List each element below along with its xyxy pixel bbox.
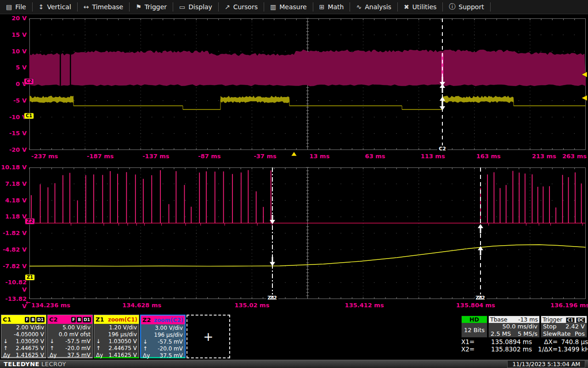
zoom-source-label: zoom(C2): [154, 317, 183, 323]
idx-label: 1/ΔX=: [532, 345, 558, 353]
trigger-mode: Stop: [543, 323, 557, 330]
trigger-summary-box[interactable]: Trigger C1DC Stop 2.42 V SlewRate Pos: [541, 316, 587, 338]
zoom-y-label: -13.82 V: [0, 295, 27, 310]
main-x-label: 113 ms: [421, 153, 445, 160]
tbase-delay: -13 ms: [518, 316, 538, 323]
descriptor-header[interactable]: Z1zoom(C1): [94, 315, 139, 324]
descriptor-header[interactable]: C1FBD1: [1, 315, 46, 324]
channel-indicator-c2[interactable]: C2: [24, 78, 34, 85]
trace-id-label: C2: [49, 316, 58, 323]
descriptor-badge-b: B: [77, 317, 82, 322]
trace-descriptor-z1[interactable]: Z1zoom(C1)1.20 V/div196 µs/div↓1.03050 V…: [94, 315, 139, 358]
channel-indicator-z1[interactable]: Z1: [25, 274, 35, 281]
trace-descriptor-c2[interactable]: C2FBD15.00 V/div0.0 mV ofst↓-57.5 mV↑-20…: [47, 315, 93, 358]
dx-label: ΔX=: [532, 338, 558, 345]
main-x-label: 263 ms: [562, 153, 587, 160]
descriptor-row: Δy1.41625 V: [1, 351, 46, 358]
main-y-label: 5 V: [0, 64, 27, 71]
descriptor-badge-f: F: [71, 317, 76, 322]
timebase-summary-box[interactable]: Tbase -13 ms 50.0 ms/div 2.5 MS 5 MS/s: [488, 316, 540, 338]
tbase-memory: 2.5 MS: [491, 330, 511, 338]
main-x-label: -137 ms: [142, 153, 169, 160]
hd-bits-label: 12 Bits: [462, 323, 487, 337]
trace-id-label: Z2: [142, 316, 151, 323]
trigger-level-marker[interactable]: [582, 95, 587, 101]
zoom-y-label: 1.18 V: [0, 213, 27, 220]
channel-indicator-z2[interactable]: Z2: [25, 218, 35, 224]
x2-label: X2=: [461, 345, 481, 353]
descriptor-row: ↑-20.0 mV: [48, 345, 92, 351]
tbase-title: Tbase: [490, 316, 507, 323]
zoom-x-label: 135.804 ms: [456, 302, 493, 309]
descriptor-row: Δy37.5 mV: [141, 352, 185, 359]
zoom-y-label: 10.18 V: [0, 164, 27, 171]
descriptor-row: ↓-57.5 mV: [48, 338, 92, 345]
main-grid: C2: [29, 18, 586, 152]
zoom1-cursor-label: Z2: [270, 295, 277, 301]
descriptor-row: ↑-20.0 mV: [141, 345, 185, 352]
tbase-samplerate: 5 MS/s: [518, 330, 537, 338]
zoom-grid: Z1Z2Z1Z2: [29, 167, 586, 301]
descriptor-row: 0.0 mV ofst: [48, 331, 92, 338]
scope-canvas: C2Z1Z2Z1Z2←: [0, 0, 588, 368]
descriptor-badge-d1: D1: [83, 317, 91, 322]
descriptor-row: Δy1.41625 V: [94, 351, 139, 358]
main-y-label: 10 V: [0, 48, 27, 55]
datetime-display: 11/13/2023 5:13:04 AM: [507, 360, 585, 368]
x1-label: X1=: [461, 338, 481, 345]
descriptor-header[interactable]: Z2zoom(C2): [141, 316, 185, 324]
descriptor-row: 3.00 V/div: [141, 324, 185, 331]
trace-id-label: C1: [3, 316, 11, 323]
zoom-y-label: -1.82 V: [0, 230, 27, 237]
main-y-label: 15 V: [0, 31, 27, 39]
main-y-label: 20 V: [0, 15, 27, 22]
trace-id-label: Z1: [96, 316, 104, 323]
zoom-x-label: 135.412 ms: [345, 302, 382, 309]
main-cursor-label: C2: [439, 146, 446, 152]
main-x-label: -237 ms: [31, 153, 58, 160]
descriptor-row: ↓1.03050 V: [94, 338, 139, 345]
hd-indicator[interactable]: HD 12 Bits: [461, 316, 487, 338]
descriptor-row: 1.20 V/div: [94, 324, 139, 331]
main-x-label: -187 ms: [87, 153, 113, 160]
zoom-y-label: -10.82 V: [0, 279, 27, 293]
c1-waveform-burst: [442, 96, 514, 103]
descriptor-row: Δy37.5 mV: [48, 351, 92, 358]
status-bar: TELEDYNELECROY 11/13/2023 5:13:04 AM: [0, 360, 588, 368]
trace-descriptor-c1[interactable]: C1FBD12.00 V/div-4.05000 V↓1.03050 V↑2.4…: [1, 315, 46, 358]
descriptor-row: ↑2.44675 V: [94, 345, 139, 351]
brand-logo: TELEDYNELECROY: [4, 361, 66, 368]
main-x-label: -37 ms: [254, 153, 276, 160]
descriptor-row: ↓-57.5 mV: [141, 338, 185, 345]
descriptor-row: -4.05000 V: [1, 331, 46, 338]
main-y-label: -5 V: [0, 97, 27, 104]
c1-waveform-burst: [220, 96, 289, 103]
add-trace-button[interactable]: +: [187, 315, 230, 358]
main-y-label: -20 V: [0, 146, 27, 154]
hd-header: HD: [462, 316, 487, 323]
channel-indicator-c1[interactable]: C1: [24, 113, 34, 119]
cursor-readout: X1= 135.0894 ms ΔX= 740.8 µs X2= 135.830…: [461, 338, 588, 353]
zoom2-cursor-label: Z2: [478, 295, 485, 301]
zoom-y-label: 7.18 V: [0, 180, 27, 188]
trace-descriptor-z2[interactable]: Z2zoom(C2)3.00 V/div196 µs/div↓-57.5 mV↑…: [140, 315, 186, 358]
trigger-position-marker[interactable]: [291, 152, 297, 156]
x1-value: 135.0894 ms: [481, 338, 532, 345]
trigger-source-badge-dc: DC: [576, 317, 585, 323]
zoom-x-label: 134.236 ms: [31, 302, 70, 309]
trigger-source-badge-c1: C1: [566, 317, 575, 323]
descriptor-header[interactable]: C2FBD1: [48, 315, 92, 324]
descriptor-badge-b: B: [30, 317, 35, 322]
waveform-display-area: C2Z1Z2Z1Z2←20 V15 V10 V5 V0 V-5 V-10 V-1…: [0, 0, 588, 368]
descriptor-row: 5.00 V/div: [48, 324, 92, 331]
x2-value: 135.8302 ms: [481, 345, 532, 353]
zoom-x-label: 135.02 ms: [233, 302, 270, 309]
dx-value: 740.8 µs: [558, 338, 588, 345]
c2-waveform: [29, 50, 586, 86]
main-y-label: -10 V: [0, 114, 27, 121]
trigger-kind: SlewRate: [543, 330, 571, 338]
descriptor-row: 2.00 V/div: [1, 324, 46, 331]
zoom-y-label: -7.82 V: [0, 263, 27, 270]
main-x-label: 163 ms: [476, 153, 501, 160]
descriptor-row: ↑2.44675 V: [1, 345, 46, 351]
